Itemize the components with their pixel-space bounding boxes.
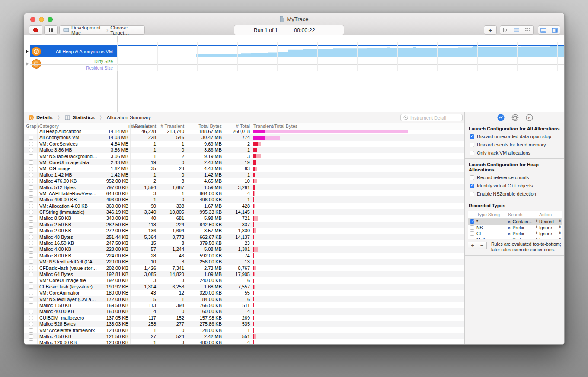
table-row[interactable]: Malloc 496.00 KB496.00 KB10496.00 KB1 [24, 196, 464, 203]
table-row[interactable]: VM: CG image1.62 MB35284.43 MB63 [24, 165, 464, 171]
table-row[interactable]: VM: NSTextFieldCell (CA…220.00 KB103256.… [24, 259, 464, 265]
action-cell[interactable]: Ignore [539, 225, 552, 230]
table-row[interactable]: Malloc 3.86 MB3.86 MB103.86 MB1 [24, 147, 464, 153]
settings-checkbox-row[interactable]: Only track VM allocations [470, 150, 561, 155]
col-category[interactable]: Category [39, 124, 59, 129]
search-mode-cell[interactable]: is Prefix [508, 231, 524, 236]
breadcrumb-statistics[interactable]: Statistics [73, 115, 95, 120]
graph-checkbox[interactable] [29, 253, 33, 258]
table-row[interactable]: Malloc 528 Bytes133.03 KB258277275.86 KB… [24, 321, 464, 327]
recorded-type-row[interactable]: NSis Prefix▲▼Ignore▲▼ [468, 225, 562, 231]
vm-resident-size-row[interactable]: Resident Size [30, 65, 565, 71]
graph-checkbox[interactable] [29, 160, 33, 165]
settings-checkbox-row[interactable]: Discard events for freed memory [470, 142, 561, 147]
graph-checkbox[interactable] [29, 130, 33, 133]
table-row[interactable]: Malloc 4.00 KB228.00 KB571,2445.08 MB1,3… [24, 246, 464, 252]
stepper-icon[interactable]: ▲▼ [559, 219, 561, 224]
graph-checkbox[interactable] [29, 142, 33, 146]
graph-checkbox[interactable] [29, 303, 33, 307]
grid-view-button[interactable] [522, 25, 534, 35]
table-row[interactable]: Malloc 1.42 MB1.42 MB101.42 MB1 [24, 172, 464, 178]
graph-checkbox[interactable] [29, 179, 33, 183]
graph-checkbox[interactable] [29, 285, 33, 289]
rule-checkbox-unchecked[interactable] [470, 225, 474, 230]
graph-checkbox[interactable] [29, 173, 33, 177]
graph-checkbox[interactable] [29, 228, 33, 233]
graph-checkbox[interactable] [29, 235, 33, 239]
table-row[interactable]: Malloc 8.50 KB340.00 KB406815.98 MB721 [24, 215, 464, 221]
search-mode-cell[interactable]: is Contain… [508, 219, 533, 224]
graph-checkbox[interactable] [29, 247, 33, 252]
rt-col-search[interactable]: Search [508, 212, 539, 217]
add-rule-button[interactable]: + [468, 242, 477, 249]
graph-checkbox[interactable] [29, 210, 33, 214]
checkbox-unchecked[interactable] [470, 175, 474, 180]
graph-checkbox[interactable] [29, 260, 33, 264]
table-row[interactable]: VM: AAPLTableRowView…648.00 KB31864.00 K… [24, 190, 464, 196]
stepper-icon[interactable]: ▲▼ [536, 231, 538, 236]
list-view-button[interactable] [511, 25, 522, 35]
col-num-transient[interactable]: # Transient [154, 124, 184, 129]
settings-checkbox-row[interactable]: Record reference counts [470, 175, 561, 180]
graph-checkbox[interactable] [29, 328, 33, 333]
extended-detail-tab[interactable]: E [526, 114, 533, 121]
stepper-icon[interactable]: ▲▼ [559, 237, 561, 239]
table-row[interactable]: Malloc 476.00 KB952.00 KB284.65 MB10 [24, 178, 464, 184]
recorded-type-row[interactable]: *is Contain…▲▼Record▲▼ [468, 219, 562, 225]
stepper-icon[interactable]: ▲▼ [559, 225, 561, 230]
table-row[interactable]: VM: Accelerate.framework128.00 KB10128.0… [24, 327, 464, 333]
table-row[interactable]: VM: CoreUI image data2.43 MB1902.43 MB19 [24, 159, 464, 165]
stepper-icon[interactable]: ▲▼ [536, 225, 538, 230]
graph-checkbox[interactable] [29, 148, 33, 152]
table-row[interactable]: VM: CoreServices4.84 MB119.69 MB2 [24, 141, 464, 147]
graph-checkbox[interactable] [29, 272, 33, 276]
table-row[interactable]: VM: CoreAnimation180.00 KB4312320.00 KB5… [24, 290, 464, 296]
table-row[interactable]: Malloc 512 Bytes797.00 KB1,5941,6671.59 … [24, 184, 464, 190]
table-row[interactable]: Malloc 4.50 KB121.50 KB275242.42 MB551 [24, 333, 464, 339]
table-row[interactable]: VM: Allocation 4.00 KB360.00 KB903381.67… [24, 203, 464, 209]
table-row[interactable]: Malloc 48 Bytes251.44 KB5,3648,773662.67… [24, 234, 464, 240]
action-cell[interactable]: Ignore [539, 231, 552, 236]
table-row[interactable]: CUIBOM_malloczero137.05 KB117152157.98 K… [24, 315, 464, 321]
rt-col-type-string[interactable]: Type String [468, 212, 508, 217]
display-settings-tab[interactable] [511, 114, 519, 121]
graph-checkbox[interactable] [29, 291, 33, 295]
graph-checkbox[interactable] [29, 154, 33, 158]
graph-checkbox[interactable] [29, 167, 33, 171]
breadcrumb-details[interactable]: Details [36, 115, 53, 120]
add-instrument-button[interactable]: + [484, 25, 497, 35]
stepper-icon[interactable]: ▲▼ [559, 231, 561, 236]
strategy-view-button[interactable] [500, 25, 511, 35]
table-row[interactable]: All Anonymous VM14.03 MB22854630.47 MB77… [24, 134, 464, 140]
table-row[interactable]: Malloc 1.50 KB169.50 KB113398766.50 KB51… [24, 302, 464, 308]
settings-checkbox-row[interactable]: Discard unrecorded data upon stop [470, 134, 561, 139]
breadcrumb-allocation-summary[interactable]: Allocation Summary [107, 115, 151, 120]
remove-rule-button[interactable]: − [477, 242, 487, 249]
table-row[interactable]: CFString (immutable)346.19 KB3,34010,805… [24, 209, 464, 215]
stepper-icon[interactable]: ▲▼ [536, 237, 538, 239]
table-row[interactable]: Malloc 2.00 KB272.00 KB1361,6943.57 MB1,… [24, 228, 464, 234]
rt-col-action[interactable]: Action [539, 212, 562, 217]
graph-checkbox[interactable] [29, 322, 33, 326]
graph-checkbox[interactable] [29, 222, 33, 227]
table-row[interactable]: Malloc 8.00 KB224.00 KB2846592.00 KB74 [24, 253, 464, 259]
graph-checkbox[interactable] [29, 316, 33, 320]
allocations-track-graph[interactable] [117, 45, 565, 57]
disclosure-triangle-vm-tracker[interactable] [26, 62, 29, 66]
graph-checkbox[interactable] [29, 334, 33, 339]
settings-checkbox-row[interactable]: Enable NSZombie detection [470, 191, 561, 196]
col-transient-total-bytes[interactable]: Transient/Total Bytes [253, 124, 297, 129]
graph-checkbox[interactable] [29, 340, 33, 345]
graph-checkbox[interactable] [29, 191, 33, 196]
checkbox-checked[interactable] [470, 184, 474, 188]
pause-button[interactable] [44, 25, 58, 35]
toggle-detail-pane-button[interactable] [538, 25, 549, 35]
search-mode-cell[interactable]: is Prefix [508, 225, 524, 230]
track-allocations[interactable]: All Heap & Anonymous VM [30, 45, 117, 57]
table-row[interactable]: CFBasicHash (value-stor…202.00 KB1,4267,… [24, 265, 464, 271]
record-button[interactable] [29, 25, 42, 35]
settings-checkbox-row[interactable]: Identify virtual C++ objects [470, 183, 561, 188]
table-row[interactable]: VM: CoreUI image file192.00 KB33240.00 K… [24, 277, 464, 283]
graph-checkbox[interactable] [29, 204, 33, 208]
action-cell[interactable]: Ignore [539, 237, 552, 239]
